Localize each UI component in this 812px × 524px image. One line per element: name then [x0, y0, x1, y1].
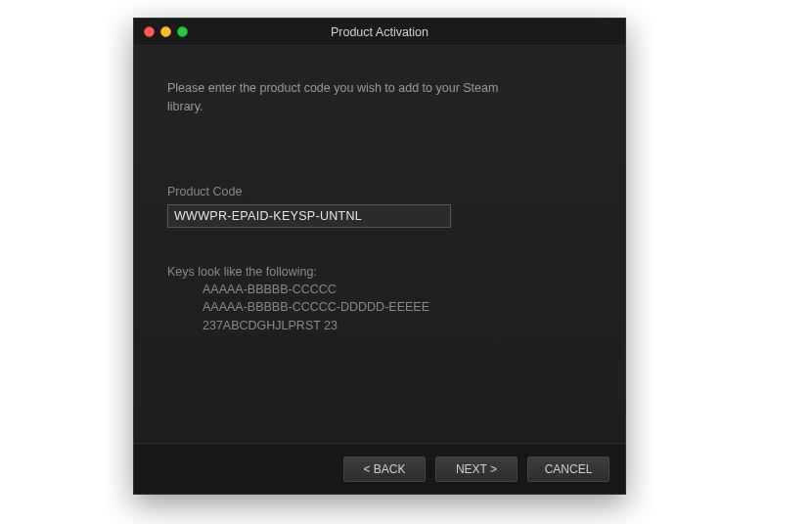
product-code-label: Product Code	[167, 185, 592, 198]
hint-example: AAAAA-BBBBB-CCCCC	[203, 281, 592, 299]
input-wrap	[167, 204, 592, 228]
titlebar[interactable]: Product Activation	[134, 19, 625, 46]
window-title: Product Activation	[134, 25, 625, 39]
zoom-icon[interactable]	[177, 26, 188, 37]
hint-title: Keys look like the following:	[167, 265, 592, 279]
next-button[interactable]: NEXT >	[435, 457, 518, 482]
traffic-lights	[134, 26, 188, 37]
instruction-text: Please enter the product code you wish t…	[167, 79, 519, 116]
back-button[interactable]: < BACK	[343, 457, 426, 482]
content-area: Please enter the product code you wish t…	[134, 46, 625, 443]
cancel-button[interactable]: CANCEL	[527, 457, 609, 482]
product-code-input[interactable]	[167, 204, 451, 228]
hint-example: 237ABCDGHJLPRST 23	[203, 317, 592, 335]
footer-bar: < BACK NEXT > CANCEL	[134, 443, 625, 494]
activation-window: Product Activation Please enter the prod…	[133, 18, 626, 495]
hint-list: AAAAA-BBBBB-CCCCC AAAAA-BBBBB-CCCCC-DDDD…	[167, 281, 592, 335]
minimize-icon[interactable]	[160, 26, 171, 37]
close-icon[interactable]	[144, 26, 155, 37]
hint-example: AAAAA-BBBBB-CCCCC-DDDDD-EEEEE	[203, 298, 592, 317]
